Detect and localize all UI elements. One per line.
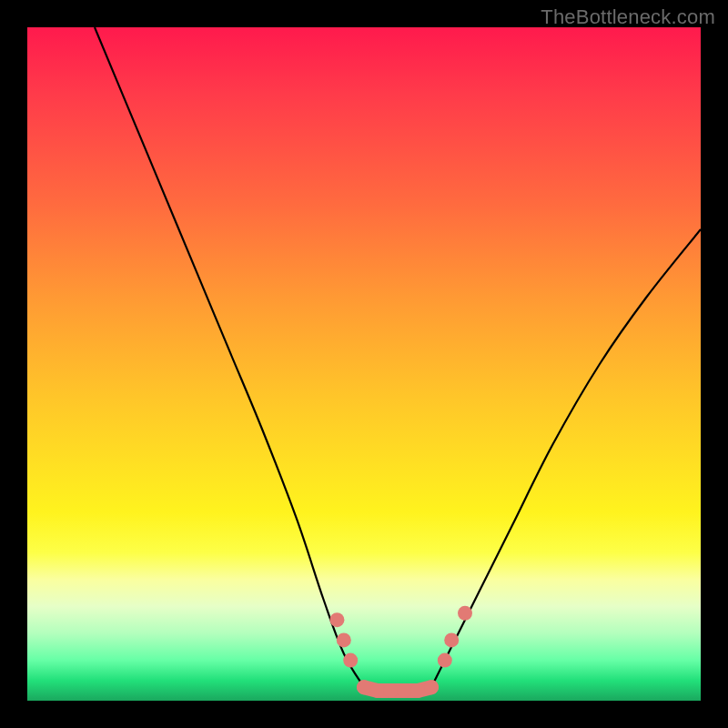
marker-dot [384,683,399,698]
marker-dot [357,680,371,694]
marker-dot [397,683,411,698]
plot-area [27,27,701,701]
curve-paths [95,27,701,687]
marker-dot [410,683,425,698]
curve-layer [27,27,701,701]
series-left-curve [95,27,364,687]
marker-dot [329,612,344,627]
marker-dot [343,653,358,668]
marker-dot [337,632,351,647]
marker-dot [438,653,452,668]
marker-dot [424,680,439,694]
marker-dot [458,606,472,621]
marker-dot [444,632,459,647]
marker-dots [329,606,472,698]
chart-frame: TheBottleneck.com [0,0,728,728]
marker-dot [370,683,385,698]
watermark-text: TheBottleneck.com [541,5,715,29]
series-right-curve [431,229,701,687]
